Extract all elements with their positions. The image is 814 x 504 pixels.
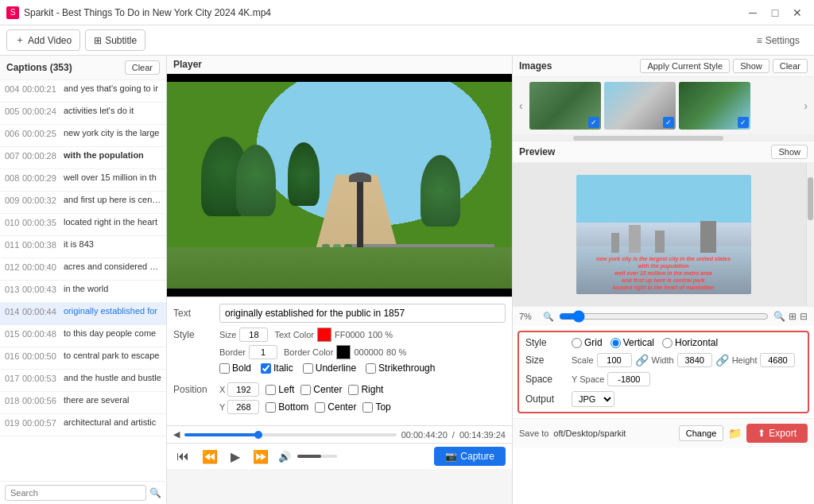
thumbnail-strip: ✓ ✓ ✓ bbox=[529, 82, 798, 130]
export-icon: ⬆ bbox=[758, 428, 766, 439]
caption-row[interactable]: 017 00:00:53 and the hustle and bustle bbox=[0, 370, 166, 392]
preview-image: new york city is the largest city in the… bbox=[576, 175, 751, 294]
timeline-area: ◀ 00:00:44:20 / 00:14:39:24 bbox=[167, 425, 512, 443]
space-setting-row: Space Y Space bbox=[525, 372, 801, 386]
format-checkboxes: Bold Italic Underline Strikethrough bbox=[173, 362, 435, 374]
thumbnail-3[interactable]: ✓ bbox=[679, 82, 750, 130]
search-input[interactable] bbox=[5, 485, 146, 501]
folder-button[interactable]: 📁 bbox=[728, 427, 742, 440]
caption-row[interactable]: 005 00:00:24 activities let's do it bbox=[0, 103, 166, 125]
right-checkbox[interactable]: Right bbox=[348, 384, 383, 395]
strip-next-button[interactable]: › bbox=[802, 98, 809, 114]
add-video-button[interactable]: ＋ Add Video bbox=[6, 29, 80, 51]
strip-scrollbar[interactable] bbox=[513, 135, 814, 142]
top-checkbox[interactable]: Top bbox=[362, 401, 390, 413]
camera-icon: 📷 bbox=[445, 451, 457, 462]
caption-row[interactable]: 018 00:00:56 there are several bbox=[0, 392, 166, 414]
skip-back-button[interactable]: ⏮ bbox=[173, 448, 192, 465]
strip-prev-button[interactable]: ‹ bbox=[517, 98, 525, 114]
minimize-button[interactable]: ─ bbox=[742, 4, 763, 21]
settings-button[interactable]: ≡ Settings bbox=[749, 32, 808, 49]
bold-checkbox[interactable]: Bold bbox=[219, 362, 251, 374]
yspace-input[interactable] bbox=[607, 372, 650, 386]
strikethrough-checkbox[interactable]: Strikethrough bbox=[366, 362, 435, 374]
caption-row[interactable]: 016 00:00:50 to central park to escape bbox=[0, 347, 166, 370]
preview-scrollbar[interactable] bbox=[806, 163, 814, 306]
step-forward-button[interactable]: ⏩ bbox=[250, 448, 272, 466]
volume-icon: 🔊 bbox=[278, 451, 291, 463]
style-vertical-radio[interactable]: Vertical bbox=[610, 337, 654, 348]
x-position-input[interactable] bbox=[227, 382, 259, 397]
images-show-button[interactable]: Show bbox=[733, 59, 769, 73]
change-path-button[interactable]: Change bbox=[679, 425, 724, 441]
width-link-icon[interactable]: 🔗 bbox=[715, 354, 729, 366]
center-v-checkbox[interactable]: Center bbox=[315, 401, 356, 413]
caption-row[interactable]: 015 00:00:48 to this day people come bbox=[0, 325, 166, 347]
window-title: Sparkit - Best Things To Do in New York … bbox=[24, 7, 271, 18]
caption-row[interactable]: 004 00:00:21 and yes that's going to ir bbox=[0, 80, 166, 103]
caption-row[interactable]: 010 00:00:35 located right in the heart bbox=[0, 214, 166, 236]
export-settings: Style Grid Vertical Horizontal Size bbox=[517, 331, 809, 413]
preview-text-overlay: new york city is the largest city in the… bbox=[576, 252, 751, 294]
center-h-checkbox[interactable]: Center bbox=[300, 384, 342, 395]
save-bar: Save to oft/Desktop/sparkit Change 📁 ⬆ E… bbox=[513, 418, 814, 448]
window-controls: ─ □ ✕ bbox=[742, 4, 808, 21]
width-input[interactable] bbox=[677, 353, 712, 367]
maximize-button[interactable]: □ bbox=[765, 4, 785, 21]
border-color-picker[interactable] bbox=[336, 345, 351, 359]
images-clear-button[interactable]: Clear bbox=[773, 59, 808, 73]
apply-style-button[interactable]: Apply Current Style bbox=[640, 59, 730, 73]
caption-row[interactable]: 013 00:00:43 in the world bbox=[0, 281, 166, 303]
export-button[interactable]: ⬆ Export bbox=[746, 424, 808, 443]
images-header: Images Apply Current Style Show Clear bbox=[513, 56, 814, 77]
thumbnail-1[interactable]: ✓ bbox=[529, 82, 601, 130]
video-area bbox=[167, 74, 512, 297]
caption-row[interactable]: 009 00:00:32 and first up here is centra bbox=[0, 192, 166, 214]
zoom-magnify-button[interactable]: 🔍 bbox=[773, 311, 785, 322]
y-position-input[interactable] bbox=[227, 400, 259, 414]
preview-area: new york city is the largest city in the… bbox=[513, 163, 814, 306]
caption-row-active[interactable]: 014 00:00:44 originally established for bbox=[0, 303, 166, 325]
left-checkbox[interactable]: Left bbox=[266, 384, 294, 395]
italic-checkbox[interactable]: Italic bbox=[261, 362, 293, 374]
zoom-slider[interactable] bbox=[559, 310, 769, 323]
caption-list[interactable]: 004 00:00:21 and yes that's going to ir … bbox=[0, 80, 166, 481]
style-grid-radio[interactable]: Grid bbox=[572, 337, 603, 348]
thumbnail-2[interactable]: ✓ bbox=[604, 82, 676, 130]
size-input[interactable] bbox=[239, 328, 268, 342]
captions-clear-button[interactable]: Clear bbox=[125, 60, 160, 75]
style-horizontal-radio[interactable]: Horizontal bbox=[662, 337, 718, 348]
capture-button[interactable]: 📷 Capture bbox=[434, 447, 506, 466]
subtitle-button[interactable]: ⊞ Subtitle bbox=[85, 29, 145, 51]
scale-link-icon[interactable]: 🔗 bbox=[635, 354, 649, 366]
underline-checkbox[interactable]: Underline bbox=[303, 362, 356, 374]
timeline-bar[interactable] bbox=[184, 433, 397, 436]
play-button[interactable]: ▶ bbox=[227, 448, 243, 466]
text-row: Text bbox=[173, 304, 506, 323]
caption-row[interactable]: 019 00:00:57 architectural and artistic bbox=[0, 414, 166, 436]
style-row-outer: Style Size Text Color FF0000 100 % Borde… bbox=[173, 328, 506, 378]
text-color-picker[interactable] bbox=[317, 328, 331, 342]
caption-row[interactable]: 008 00:00:29 well over 15 million in th bbox=[0, 169, 166, 192]
border-input[interactable] bbox=[249, 345, 277, 359]
zoom-reset-button[interactable]: ⊟ bbox=[800, 311, 808, 322]
close-button[interactable]: ✕ bbox=[787, 4, 808, 21]
app-icon: S bbox=[6, 6, 19, 19]
caption-row[interactable]: 012 00:00:40 acres and considered one bbox=[0, 258, 166, 281]
preview-show-button[interactable]: Show bbox=[771, 145, 808, 159]
volume-slider[interactable] bbox=[297, 455, 337, 458]
bottom-checkbox[interactable]: Bottom bbox=[266, 401, 308, 413]
caption-row[interactable]: 006 00:00:25 new york city is the large bbox=[0, 125, 166, 147]
scale-input[interactable] bbox=[597, 353, 632, 367]
output-setting-row: Output JPG PNG PDF bbox=[525, 391, 801, 407]
plus-icon: ＋ bbox=[15, 33, 25, 47]
zoom-fit-button[interactable]: ⊞ bbox=[789, 311, 797, 322]
caption-row[interactable]: 007 00:00:28 with the population bbox=[0, 147, 166, 169]
height-input[interactable] bbox=[760, 353, 795, 367]
captions-title: Captions (353) bbox=[6, 62, 72, 73]
captions-panel: Captions (353) Clear 004 00:00:21 and ye… bbox=[0, 56, 167, 504]
text-input[interactable] bbox=[219, 304, 506, 323]
step-back-button[interactable]: ⏪ bbox=[199, 448, 221, 466]
output-format-select[interactable]: JPG PNG PDF bbox=[572, 391, 614, 407]
caption-row[interactable]: 011 00:00:38 it is 843 bbox=[0, 236, 166, 258]
